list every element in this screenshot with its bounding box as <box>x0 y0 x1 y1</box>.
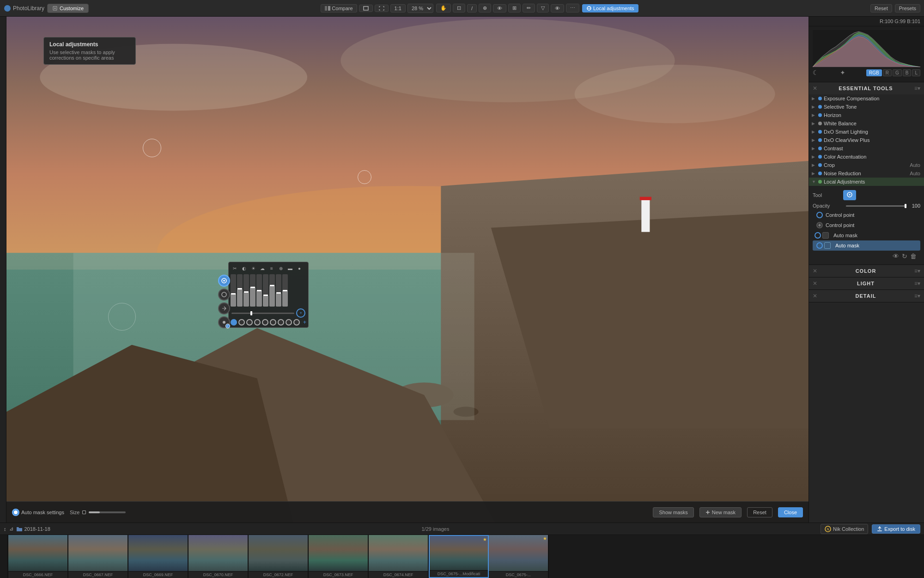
photo-thumb-0674[interactable]: DSC_0674.NEF <box>369 535 429 578</box>
photo-thumb-0670[interactable]: DSC_0670.NEF <box>188 535 249 578</box>
tool-row-wb[interactable]: ▶ White Balance <box>809 119 924 128</box>
mask-point-6[interactable] <box>270 319 276 326</box>
eye-tool[interactable]: 👁 <box>551 4 564 12</box>
mask-point-7[interactable] <box>278 319 284 326</box>
eye-icon[interactable]: 👁 <box>893 252 899 260</box>
canvas-area[interactable]: Local adjustments Use selective masks to… <box>6 17 808 523</box>
photo-thumb-0667[interactable]: DSC_0667.NEF <box>68 535 128 578</box>
compare-button[interactable]: Compare <box>321 4 357 12</box>
mask-circle-2[interactable] <box>358 170 371 184</box>
color-menu-icon[interactable]: ≡▾ <box>914 268 920 274</box>
close-button[interactable]: Close <box>778 507 803 517</box>
tool-row-horizon[interactable]: ▶ Horizon <box>809 111 924 119</box>
close-detail-icon[interactable]: ✕ <box>813 293 817 299</box>
hist-tab-g[interactable]: G <box>893 69 902 76</box>
tool-row-smart[interactable]: ▶ DxO Smart Lighting <box>809 128 924 136</box>
refresh-icon[interactable]: ↻ <box>902 252 907 260</box>
hist-tab-rgb[interactable]: RGB <box>866 69 882 76</box>
mask-btn-4[interactable]: ✓ <box>218 316 230 328</box>
sun-icon[interactable]: ✦ <box>840 69 845 76</box>
photo-thumb-first[interactable] <box>0 535 8 578</box>
photo-thumb-0673[interactable]: DSC_0673.NEF <box>309 535 369 578</box>
crop-icon[interactable]: ✂ <box>231 264 239 272</box>
mask-point-8[interactable] <box>286 319 292 326</box>
ratio-button[interactable]: 1:1 <box>390 4 406 12</box>
opacity-slider[interactable] <box>846 205 906 207</box>
filmstrip-filter-btn[interactable]: ⊿ <box>9 526 13 532</box>
hist-tab-r[interactable]: R <box>883 69 892 76</box>
essential-tools-header[interactable]: ✕ ESSENTIAL TOOLS ≡▾ <box>809 82 924 94</box>
spot-removal-tool[interactable]: ⊕ <box>479 4 491 12</box>
tool-brush-btn[interactable] <box>843 190 856 200</box>
hist-tab-l[interactable]: L <box>912 69 920 76</box>
tool-row-contrast[interactable]: ▶ Contrast <box>809 144 924 153</box>
close-color-icon[interactable]: ✕ <box>813 268 817 274</box>
filmstrip-sort-btn[interactable]: ↕ <box>4 526 6 532</box>
light-menu-icon[interactable]: ≡▾ <box>914 280 920 287</box>
detail-menu-icon[interactable]: ≡▾ <box>914 293 920 299</box>
brightness-icon[interactable]: ☀ <box>249 264 257 272</box>
fullscreen-button[interactable] <box>375 5 389 12</box>
photo-thumb-0675-2[interactable]: ★ DSC_0675-... <box>489 535 549 578</box>
photo-thumb-0672[interactable]: DSC_0672.NEF <box>249 535 309 578</box>
light-header[interactable]: ✕ LIGHT ≡▾ <box>809 277 924 289</box>
photo-thumb-0669[interactable]: DSC_0669.NEF <box>128 535 188 578</box>
circle-icon[interactable]: ● <box>295 264 304 272</box>
tool-row-crop[interactable]: ▶ Crop Auto <box>809 161 924 169</box>
mask-point-3[interactable] <box>246 319 253 326</box>
tool-row-noise[interactable]: ▶ Noise Reduction Auto <box>809 169 924 178</box>
expand-slider-btn[interactable]: + <box>303 319 306 326</box>
mask-point-4[interactable] <box>254 319 261 326</box>
panel-menu-icon[interactable]: ≡▾ <box>914 85 920 92</box>
add-icon[interactable]: ⊕ <box>277 264 285 272</box>
list-icon[interactable]: ≡ <box>267 264 276 272</box>
grad-tool[interactable]: ▽ <box>537 4 549 12</box>
haze-icon[interactable]: ☁ <box>258 264 267 272</box>
mask-point-2[interactable] <box>238 319 245 326</box>
show-masks-button[interactable]: Show masks <box>653 507 693 517</box>
clone-tool[interactable]: ⊞ <box>508 4 521 12</box>
nik-collection-button[interactable]: N Nik Collection <box>821 524 868 534</box>
horizontal-slider[interactable] <box>231 313 294 314</box>
auto-mask-row-1[interactable]: Auto mask <box>813 230 920 240</box>
close-light-icon[interactable]: ✕ <box>813 280 817 287</box>
tool-row-exposure[interactable]: ▶ Exposure Compensation <box>809 94 924 103</box>
size-slider[interactable] <box>89 511 126 513</box>
local-adjustments-button[interactable]: Local adjustments <box>582 4 638 12</box>
control-point-row-1[interactable]: Control point <box>813 210 920 220</box>
new-mask-button[interactable]: New mask <box>699 507 742 517</box>
control-point-row-2[interactable]: Control point <box>813 220 920 230</box>
reset-mask-button[interactable]: Reset <box>747 507 772 517</box>
view-mode-button[interactable] <box>359 5 373 12</box>
mask-circle-1[interactable] <box>143 139 161 157</box>
customize-tab[interactable]: Customize <box>47 4 89 13</box>
photo-thumb-0675-mod[interactable]: ★ DSC_0675-...Modificati <box>429 535 489 578</box>
hist-tab-b[interactable]: B <box>903 69 912 76</box>
close-section-icon[interactable]: ✕ <box>813 85 817 92</box>
zoom-select[interactable]: 28 % <box>407 4 433 13</box>
mask-control-btn-1[interactable]: + <box>296 308 305 318</box>
moon-icon[interactable]: ☾ <box>813 69 819 76</box>
auto-mask-row-2[interactable]: Auto mask <box>813 240 920 251</box>
export-button[interactable]: Export to disk <box>872 524 920 534</box>
mask-point-5[interactable] <box>262 319 268 326</box>
more-tools[interactable]: ⋯ <box>566 4 579 12</box>
contrast-icon[interactable]: ◐ <box>240 264 248 272</box>
brush-tool[interactable]: ✏ <box>523 4 535 12</box>
tool-row-color-acc[interactable]: ▶ Color Accentuation <box>809 153 924 161</box>
app-name-tab[interactable]: PhotoLibrary <box>13 5 44 12</box>
pan-tool[interactable]: ✋ <box>436 4 451 12</box>
red-eye-tool[interactable]: 👁 <box>493 4 506 12</box>
mask-btn-3[interactable] <box>218 302 230 314</box>
auto-mask-toggle-btn[interactable] <box>12 509 19 516</box>
tool-row-clearview[interactable]: ▶ DxO ClearView Plus <box>809 136 924 144</box>
mask-btn-2[interactable] <box>218 289 230 301</box>
active-mask-btn[interactable] <box>218 275 230 287</box>
tool-row-local-adj[interactable]: ▼ Local Adjustments <box>809 178 924 186</box>
mask-point-9[interactable] <box>293 319 300 326</box>
reset-button[interactable]: Reset <box>870 4 892 12</box>
photo-thumb-0666[interactable]: DSC_0666.NEF <box>8 535 68 578</box>
tool-row-selective[interactable]: ▶ Selective Tone <box>809 103 924 111</box>
mask-point-1[interactable] <box>231 319 237 326</box>
crop-tool[interactable]: ⊡ <box>453 4 465 12</box>
